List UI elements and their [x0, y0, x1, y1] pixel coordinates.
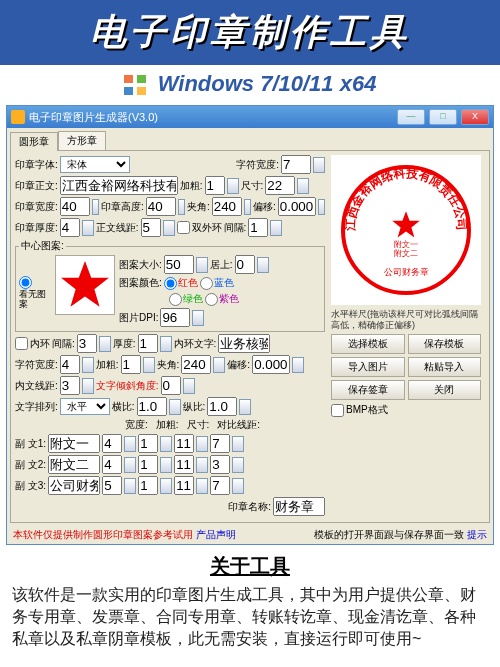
sub3-l[interactable] [210, 476, 230, 495]
double-outer-check[interactable] [177, 221, 190, 234]
tip-link[interactable]: 提示 [467, 529, 487, 540]
color-red-radio[interactable] [164, 277, 177, 290]
sub1-l-stepper[interactable] [232, 436, 244, 452]
dpi-input[interactable] [160, 308, 190, 327]
angle2-input[interactable] [181, 355, 211, 374]
hratio-stepper[interactable] [169, 399, 181, 415]
picsize-input[interactable] [164, 255, 194, 274]
lineh-input[interactable] [141, 218, 161, 237]
sub3-b-stepper[interactable] [160, 478, 172, 494]
sub1-s-stepper[interactable] [196, 436, 208, 452]
close-panel-button[interactable]: 关闭 [408, 380, 482, 400]
minimize-button[interactable]: — [397, 109, 425, 125]
sub2-input[interactable] [48, 455, 100, 474]
sealh-stepper[interactable] [178, 199, 185, 215]
angle-stepper[interactable] [244, 199, 251, 215]
import-image-button[interactable]: 导入图片 [331, 357, 405, 377]
color-blue-radio[interactable] [200, 277, 213, 290]
center-star-radio[interactable] [19, 276, 32, 289]
select-template-button[interactable]: 选择模板 [331, 334, 405, 354]
dpi-stepper[interactable] [192, 310, 204, 326]
innerdist-input[interactable] [60, 376, 80, 395]
color-purple-radio[interactable] [205, 293, 218, 306]
hratio-input[interactable] [137, 397, 167, 416]
inner-thick-stepper[interactable] [160, 336, 172, 352]
product-statement-link[interactable]: 产品声明 [196, 529, 236, 540]
sub2-b-stepper[interactable] [160, 457, 172, 473]
char-width-stepper[interactable] [313, 157, 325, 173]
char-width-input[interactable] [281, 155, 311, 174]
gap-input[interactable] [248, 218, 268, 237]
layout-select[interactable]: 水平 [60, 398, 110, 415]
sealw-input[interactable] [60, 197, 90, 216]
sub3-input[interactable] [48, 476, 100, 495]
angle-input[interactable] [212, 197, 242, 216]
sub2-l[interactable] [210, 455, 230, 474]
sub1-s[interactable] [174, 434, 194, 453]
sub2-b[interactable] [138, 455, 158, 474]
gap-stepper[interactable] [270, 220, 282, 236]
sealname-input[interactable] [273, 497, 325, 516]
sub2-s-stepper[interactable] [196, 457, 208, 473]
vratio-stepper[interactable] [239, 399, 251, 415]
bmp-check[interactable] [331, 404, 344, 417]
inner-thick-input[interactable] [138, 334, 158, 353]
tab-square-seal[interactable]: 方形章 [58, 131, 106, 150]
sub2-w-stepper[interactable] [124, 457, 136, 473]
angle2-stepper[interactable] [213, 357, 225, 373]
paste-import-button[interactable]: 粘贴导入 [408, 357, 482, 377]
sub2-s[interactable] [174, 455, 194, 474]
size-input[interactable] [265, 176, 295, 195]
sealh-input[interactable] [146, 197, 176, 216]
bold-stepper[interactable] [227, 178, 239, 194]
sub3-l-stepper[interactable] [232, 478, 244, 494]
sub3-s-stepper[interactable] [196, 478, 208, 494]
size-stepper[interactable] [297, 178, 309, 194]
sub1-b[interactable] [138, 434, 158, 453]
maximize-button[interactable]: □ [429, 109, 457, 125]
sub1-l[interactable] [210, 434, 230, 453]
sealw-stepper[interactable] [92, 199, 99, 215]
maintext-input[interactable] [60, 176, 178, 195]
about-title: 关于工具 [12, 553, 488, 580]
sub3-s[interactable] [174, 476, 194, 495]
inner-gap-input[interactable] [77, 334, 97, 353]
close-button[interactable]: X [461, 109, 489, 125]
sub3-w[interactable] [102, 476, 122, 495]
offset-input[interactable] [278, 197, 316, 216]
picsize-stepper[interactable] [196, 257, 208, 273]
sub2-l-stepper[interactable] [232, 457, 244, 473]
bold2-stepper[interactable] [143, 357, 155, 373]
above-input[interactable] [235, 255, 255, 274]
cw2-stepper[interactable] [82, 357, 94, 373]
font-select[interactable]: 宋体 [60, 156, 130, 173]
inner-ring-check[interactable] [15, 337, 28, 350]
save-seal-button[interactable]: 保存签章 [331, 380, 405, 400]
sub1-w-stepper[interactable] [124, 436, 136, 452]
sub1-b-stepper[interactable] [160, 436, 172, 452]
cw2-input[interactable] [60, 355, 80, 374]
offset-stepper[interactable] [318, 199, 325, 215]
offset2-stepper[interactable] [292, 357, 304, 373]
sub1-input[interactable] [48, 434, 100, 453]
innerdist-stepper[interactable] [82, 378, 94, 394]
thick-input[interactable] [60, 218, 80, 237]
inner-text-input[interactable] [218, 334, 270, 353]
sub3-w-stepper[interactable] [124, 478, 136, 494]
bold2-input[interactable] [121, 355, 141, 374]
offset2-input[interactable] [252, 355, 290, 374]
color-green-radio[interactable] [169, 293, 182, 306]
tilt-stepper[interactable] [183, 378, 195, 394]
sub1-w[interactable] [102, 434, 122, 453]
inner-gap-stepper[interactable] [99, 336, 111, 352]
thick-stepper[interactable] [82, 220, 94, 236]
vratio-input[interactable] [207, 397, 237, 416]
save-template-button[interactable]: 保存模板 [408, 334, 482, 354]
lineh-stepper[interactable] [163, 220, 175, 236]
tab-round-seal[interactable]: 圆形章 [10, 132, 58, 151]
sub2-w[interactable] [102, 455, 122, 474]
sub3-b[interactable] [138, 476, 158, 495]
above-stepper[interactable] [257, 257, 269, 273]
bold-input[interactable] [205, 176, 225, 195]
tilt-input[interactable] [161, 376, 181, 395]
